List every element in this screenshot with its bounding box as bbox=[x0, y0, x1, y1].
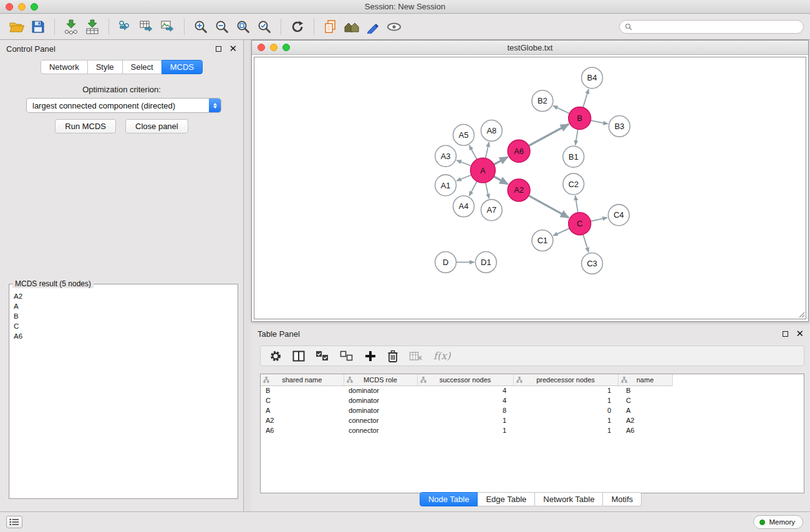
result-item[interactable]: A bbox=[14, 301, 233, 311]
delete-table-button[interactable] bbox=[409, 351, 423, 362]
import-table-button[interactable] bbox=[82, 17, 103, 37]
network-graph[interactable]: B4B2BB3A5A8A6B1A3AC2A1A2A4A7C1CC4C3DD1 bbox=[254, 57, 806, 319]
graph-edge-C-C2[interactable] bbox=[576, 196, 578, 213]
tab-style[interactable]: Style bbox=[87, 60, 123, 74]
refresh-layout-button[interactable] bbox=[287, 17, 308, 37]
network-close-button[interactable] bbox=[258, 44, 265, 51]
result-item[interactable]: C bbox=[14, 321, 233, 331]
network-zoom-button[interactable] bbox=[282, 44, 290, 51]
graph-node-C[interactable]: C bbox=[569, 213, 591, 235]
table-row[interactable]: Cdominator41C bbox=[261, 395, 672, 405]
graph-node-C1[interactable]: C1 bbox=[532, 230, 553, 251]
graph-node-A[interactable]: A bbox=[470, 158, 495, 183]
run-mcds-button[interactable]: Run MCDS bbox=[55, 119, 116, 133]
table-row[interactable]: A2connector11A2 bbox=[261, 415, 672, 425]
graph-node-B[interactable]: B bbox=[569, 107, 591, 130]
column-header-name[interactable]: name bbox=[618, 374, 672, 385]
export-image-button[interactable] bbox=[157, 17, 178, 37]
graph-edge-A-A7[interactable] bbox=[486, 183, 489, 199]
close-window-button[interactable] bbox=[6, 3, 13, 11]
zoom-fit-button[interactable] bbox=[233, 17, 254, 37]
column-header-shared-name[interactable]: shared name bbox=[261, 374, 344, 385]
graph-node-A2[interactable]: A2 bbox=[508, 179, 530, 201]
zoom-selected-button[interactable] bbox=[254, 17, 275, 37]
open-session-button[interactable] bbox=[6, 17, 27, 37]
graph-node-A4[interactable]: A4 bbox=[453, 196, 475, 217]
close-panel-icon[interactable]: ✕ bbox=[229, 46, 237, 52]
save-session-button[interactable] bbox=[27, 17, 49, 37]
graph-edge-A2-C[interactable] bbox=[529, 196, 569, 218]
graph-edge-C-C4[interactable] bbox=[591, 218, 607, 221]
show-hide-button[interactable] bbox=[383, 17, 405, 37]
graph-node-B1[interactable]: B1 bbox=[563, 146, 584, 167]
export-network-button[interactable] bbox=[115, 17, 136, 37]
close-panel-button[interactable]: Close panel bbox=[125, 119, 188, 133]
column-header-successor-nodes[interactable]: successor nodes bbox=[417, 374, 513, 385]
graph-node-A8[interactable]: A8 bbox=[481, 120, 502, 142]
task-history-button[interactable] bbox=[6, 516, 22, 528]
graph-edge-A-A8[interactable] bbox=[486, 142, 489, 158]
table-row[interactable]: Adominator80A bbox=[261, 405, 672, 415]
deselect-all-button[interactable] bbox=[340, 351, 354, 362]
zoom-in-button[interactable] bbox=[190, 17, 211, 37]
graph-node-C2[interactable]: C2 bbox=[563, 173, 584, 195]
graph-node-A7[interactable]: A7 bbox=[481, 200, 502, 221]
graph-node-C4[interactable]: C4 bbox=[608, 205, 629, 226]
criterion-dropdown[interactable]: largest connected component (directed) bbox=[26, 98, 221, 113]
graph-node-C3[interactable]: C3 bbox=[582, 253, 603, 274]
graph-node-D[interactable]: D bbox=[435, 252, 456, 273]
delete-column-button[interactable] bbox=[387, 350, 398, 362]
minimize-window-button[interactable] bbox=[18, 3, 26, 11]
table-settings-button[interactable] bbox=[269, 350, 282, 362]
graph-edge-A-A2[interactable] bbox=[494, 177, 508, 185]
graph-node-D1[interactable]: D1 bbox=[475, 252, 496, 273]
column-header-mcds-role[interactable]: MCDS role bbox=[344, 374, 417, 385]
select-all-button[interactable] bbox=[316, 351, 329, 362]
graph-edge-A6-B[interactable] bbox=[529, 124, 569, 146]
table-row[interactable]: A6connector11A6 bbox=[261, 425, 672, 435]
add-column-button[interactable] bbox=[364, 350, 377, 362]
graph-edge-A-A3[interactable] bbox=[456, 160, 471, 166]
tab-network[interactable]: Network bbox=[41, 60, 88, 74]
close-table-panel-icon[interactable]: ✕ bbox=[796, 331, 804, 337]
table-row[interactable]: Bdominator41B bbox=[261, 385, 672, 395]
tab-edge-table[interactable]: Edge Table bbox=[477, 492, 535, 506]
export-table-button[interactable] bbox=[136, 17, 157, 37]
tab-network-table[interactable]: Network Table bbox=[534, 492, 603, 506]
graph-node-A3[interactable]: A3 bbox=[435, 145, 456, 167]
result-item[interactable]: A6 bbox=[14, 331, 233, 341]
tab-mcds[interactable]: MCDS bbox=[162, 60, 203, 74]
graph-node-B4[interactable]: B4 bbox=[582, 67, 603, 89]
search-input[interactable] bbox=[635, 22, 798, 31]
show-columns-button[interactable] bbox=[292, 351, 305, 362]
graph-edge-A-A6[interactable] bbox=[494, 157, 508, 165]
graph-node-A5[interactable]: A5 bbox=[453, 124, 475, 145]
graph-edge-B-B3[interactable] bbox=[591, 120, 608, 124]
import-network-button[interactable] bbox=[60, 17, 82, 37]
graph-edge-A-A5[interactable] bbox=[470, 145, 477, 160]
graph-node-A1[interactable]: A1 bbox=[435, 175, 456, 196]
graph-edge-B-B2[interactable] bbox=[553, 106, 569, 114]
graph-node-A6[interactable]: A6 bbox=[508, 140, 530, 162]
zoom-window-button[interactable] bbox=[31, 3, 38, 11]
graph-node-B3[interactable]: B3 bbox=[609, 116, 630, 137]
tab-node-table[interactable]: Node Table bbox=[420, 492, 478, 506]
float-table-panel-icon[interactable] bbox=[783, 331, 788, 337]
graph-edge-A-A4[interactable] bbox=[469, 181, 477, 196]
panel-splitter[interactable] bbox=[244, 40, 251, 511]
result-item[interactable]: B bbox=[14, 311, 233, 321]
zoom-out-button[interactable] bbox=[211, 17, 233, 37]
graph-edge-C-C3[interactable] bbox=[583, 235, 589, 253]
graph-edge-C-C1[interactable] bbox=[553, 228, 569, 236]
tab-motifs[interactable]: Motifs bbox=[602, 492, 642, 506]
column-header-predecessor-nodes[interactable]: predecessor nodes bbox=[513, 374, 618, 385]
memory-button[interactable]: Memory bbox=[753, 515, 803, 529]
graph-node-B2[interactable]: B2 bbox=[532, 90, 553, 112]
function-builder-button[interactable]: f(x) bbox=[433, 350, 450, 362]
result-item[interactable]: A2 bbox=[14, 291, 233, 301]
home-button[interactable] bbox=[341, 17, 362, 37]
annotation-button[interactable] bbox=[362, 17, 383, 37]
resize-grip[interactable] bbox=[798, 311, 805, 318]
graph-edge-B-B1[interactable] bbox=[576, 129, 578, 145]
copy-view-button[interactable] bbox=[320, 17, 341, 37]
